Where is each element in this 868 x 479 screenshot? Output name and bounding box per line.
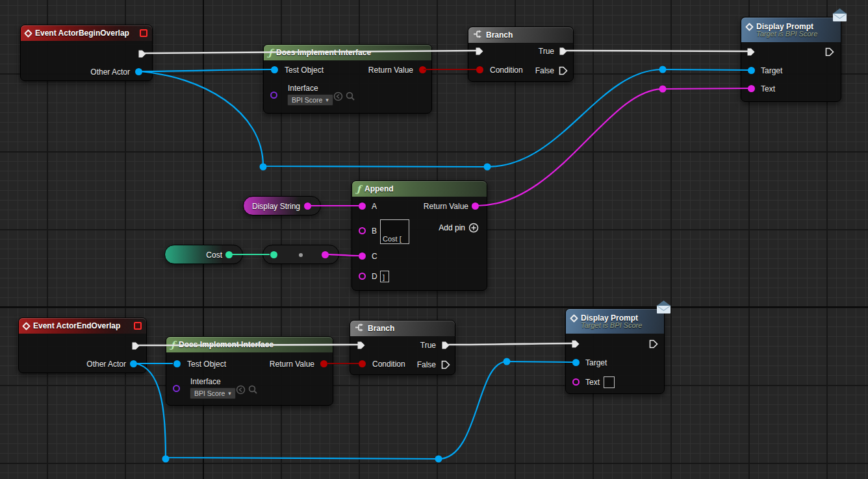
message-envelope-icon	[655, 299, 672, 318]
exec-in-pin[interactable]	[357, 341, 366, 350]
pin-label-b: B	[372, 227, 377, 236]
true-exec-pin[interactable]	[441, 341, 450, 350]
node-header[interactable]: Branch	[350, 321, 455, 336]
node-does-implement-interface-top[interactable]: ƒ Does Implement Interface Test Object R…	[263, 44, 432, 114]
browse-back-icon[interactable]	[236, 385, 246, 397]
node-header[interactable]: Display Prompt Target is BPI Score	[741, 18, 841, 42]
reroute-node[interactable]	[659, 86, 667, 93]
branch-icon	[473, 29, 482, 41]
interface-pin[interactable]	[270, 92, 277, 99]
test-object-pin[interactable]	[271, 66, 278, 73]
text-pin[interactable]	[572, 378, 580, 386]
pin-label-true: True	[539, 47, 554, 56]
node-branch-top[interactable]: Branch True Condition False	[468, 27, 574, 82]
node-event-actorbeginoverlap[interactable]: Event ActorBeginOverlap Other Actor	[20, 25, 153, 81]
target-pin[interactable]	[748, 67, 755, 74]
add-pin-button[interactable]: Add pin	[439, 223, 479, 233]
append-d-pin[interactable]	[359, 273, 366, 280]
node-display-prompt-bottom[interactable]: Display Prompt Target is BPI Score Targe…	[565, 308, 665, 394]
false-exec-pin[interactable]	[441, 360, 450, 369]
return-value-pin[interactable]	[419, 66, 426, 73]
pin-label-d: D	[372, 272, 377, 281]
exec-out-pin[interactable]	[649, 339, 658, 349]
append-c-pin[interactable]	[359, 252, 366, 260]
reroute-node[interactable]	[504, 358, 511, 365]
append-b-textbox[interactable]: Cost [	[380, 219, 409, 244]
node-title: Event ActorEndOverlap	[33, 321, 120, 330]
event-marker-icon	[140, 29, 147, 37]
interface-pin[interactable]	[173, 385, 180, 392]
pin-label-condition: Condition	[490, 66, 523, 75]
pin-label-text: Text	[585, 378, 600, 387]
browse-back-icon[interactable]	[333, 92, 343, 104]
node-header[interactable]: Event ActorEndOverlap	[19, 318, 146, 334]
grid-origin-horizontal	[0, 306, 868, 308]
node-header[interactable]: Branch	[468, 27, 573, 43]
exec-out-pin[interactable]	[825, 47, 834, 56]
node-header[interactable]: Event ActorBeginOverlap	[21, 25, 152, 41]
node-event-actorendoverlap[interactable]: Event ActorEndOverlap Other Actor	[18, 317, 147, 373]
interface-dropdown[interactable]: BPI Score ▾	[190, 387, 236, 399]
return-value-pin[interactable]	[320, 360, 327, 367]
pin-label-true: True	[420, 341, 436, 350]
node-header[interactable]: ƒ Does Implement Interface	[264, 45, 431, 60]
display-string-out-pin[interactable]	[304, 203, 311, 210]
append-a-pin[interactable]	[359, 203, 366, 210]
search-icon[interactable]	[248, 385, 258, 397]
reroute-node[interactable]	[484, 164, 491, 171]
node-title: Does Implement Interface	[276, 48, 371, 57]
node-branch-bottom[interactable]: Branch True Condition False	[350, 320, 455, 375]
event-icon	[570, 314, 578, 323]
condition-pin[interactable]	[359, 360, 366, 367]
interface-dropdown[interactable]: BPI Score ▾	[287, 94, 333, 106]
node-subtitle: Target is BPI Score	[756, 30, 817, 38]
other-actor-pin[interactable]	[130, 360, 137, 367]
node-header[interactable]: ƒ Does Implement Interface	[166, 337, 333, 352]
node-get-display-string[interactable]: Display String	[243, 196, 321, 215]
reroute-node[interactable]	[260, 164, 267, 171]
node-get-cost[interactable]: Cost	[164, 245, 243, 264]
node-append[interactable]: ƒ Append A Return Value B Cost [ Add pin…	[351, 180, 487, 291]
false-exec-pin[interactable]	[559, 66, 568, 75]
other-actor-pin[interactable]	[135, 68, 142, 75]
variable-label: Cost	[206, 251, 222, 260]
node-does-implement-interface-bottom[interactable]: ƒ Does Implement Interface Test Object R…	[166, 336, 333, 406]
append-d-textbox[interactable]: ]	[380, 271, 389, 282]
pin-label-text: Text	[761, 84, 775, 93]
reroute-node[interactable]	[162, 456, 170, 463]
conversion-dot-icon	[299, 253, 303, 257]
target-pin[interactable]	[572, 359, 580, 366]
node-header[interactable]: Display Prompt Target is BPI Score	[566, 309, 664, 334]
node-display-prompt-top[interactable]: Display Prompt Target is BPI Score Targe…	[741, 17, 841, 102]
exec-out-pin[interactable]	[131, 341, 140, 350]
node-header[interactable]: ƒ Append	[352, 181, 487, 197]
exec-in-pin[interactable]	[747, 47, 756, 56]
append-b-pin[interactable]	[359, 227, 366, 234]
conversion-in-pin[interactable]	[270, 251, 277, 258]
cost-out-pin[interactable]	[225, 251, 233, 258]
interface-label: Interface	[190, 377, 221, 386]
conversion-out-pin[interactable]	[322, 251, 329, 258]
exec-out-pin[interactable]	[138, 49, 147, 58]
append-d-value: ]	[383, 273, 385, 281]
node-title: Event ActorBeginOverlap	[35, 29, 129, 38]
exec-in-pin[interactable]	[475, 47, 484, 56]
reroute-node[interactable]	[435, 456, 442, 463]
condition-pin[interactable]	[476, 66, 483, 73]
test-object-pin[interactable]	[173, 360, 181, 367]
node-title: Does Implement Interface	[179, 340, 274, 349]
search-icon[interactable]	[346, 92, 355, 104]
pin-label-target: Target	[585, 358, 607, 367]
node-conversion-to-string[interactable]	[262, 245, 339, 264]
blueprint-graph-canvas[interactable]: Event ActorBeginOverlap Other Actor ƒ Do…	[0, 0, 868, 479]
pin-label-return-value: Return Value	[270, 360, 314, 369]
true-exec-pin[interactable]	[559, 47, 568, 56]
interface-dropdown-value: BPI Score	[292, 96, 322, 104]
text-pin[interactable]	[748, 85, 755, 92]
reroute-node[interactable]	[659, 66, 667, 73]
text-value-textbox[interactable]	[604, 376, 615, 388]
node-title: Append	[364, 184, 394, 193]
append-return-pin[interactable]	[472, 203, 479, 210]
exec-in-pin[interactable]	[571, 339, 580, 349]
pin-label-c: C	[372, 252, 377, 261]
